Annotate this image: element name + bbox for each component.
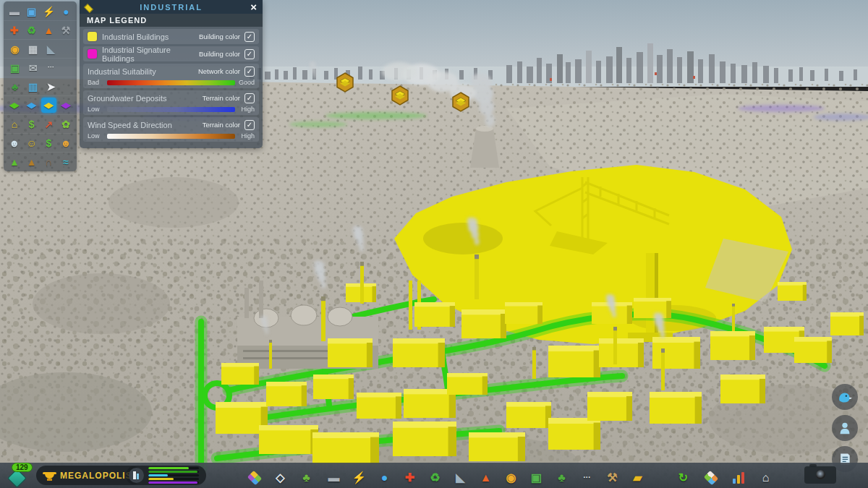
panel-header: INDUSTRIAL × [80,0,263,14]
legend-color-type: Terrain color [203,121,240,129]
game-viewport: ▬▣⚡●✚♻▲⚒◉▦◣▣✉···♣▥➤◆◆◆◆⌂$↗✿☻☺$☻▲▲∩≈ INDU… [0,0,868,488]
milestone-widget[interactable]: MEGALOPOLIS [36,466,141,485]
infoview-residential-icon[interactable]: ⌂ [7,116,22,132]
infoview-panel: INDUSTRIAL × MAP LEGEND Industrial Build… [80,0,263,148]
industrial-area-marker[interactable] [337,73,353,92]
map-tiles-icon[interactable] [702,469,719,486]
infoview-terrain-icon[interactable]: ▲ [7,154,22,169]
legend-row-wind-speed-direction: Wind Speed & DirectionTerrain color✓LowH… [83,117,259,142]
terraforming-glyph: ⚒ [607,472,617,484]
infoview-population-icon[interactable]: ☻ [7,135,22,150]
industrial-signature-buildings-checkbox[interactable]: ✓ [244,49,255,59]
wind-speed-direction-checkbox[interactable]: ✓ [244,120,255,130]
industrial-demand-bar [148,478,199,480]
infoview-garbage-icon[interactable]: ♻ [24,22,40,38]
infoview-administration-icon[interactable]: ▦ [25,41,41,56]
milestones-icon[interactable]: ⌂ [757,469,774,486]
statistics-glyph [733,472,744,484]
infoview-fire-rescue-icon[interactable]: ▲ [41,22,57,38]
bulldozer-icon[interactable]: ▰ [629,469,646,486]
fire-rescue-glyph: ▲ [43,25,54,35]
industrial-suitability-checkbox[interactable]: ✓ [244,67,255,77]
wind-speed-direction-gradient-bar [107,134,235,139]
infoview-healthcare-icon[interactable]: ✚ [7,22,22,38]
transportation-icon[interactable]: ▣ [528,469,545,486]
city-buildings-icon [129,468,144,483]
legend-label: Wind Speed & Direction [88,121,203,129]
progression-icon[interactable]: ↻ [675,469,692,486]
infoview-maintenance-icon[interactable]: ⚒ [58,22,74,38]
infoview-workplaces-icon[interactable]: ☻ [58,135,74,150]
areas-icon[interactable]: ◇ [272,469,289,486]
education-icon[interactable]: ◣ [452,469,469,486]
statistics-icon[interactable] [730,469,746,486]
healthcare-icon[interactable]: ✚ [401,469,418,486]
milestones-glyph: ⌂ [762,472,770,484]
infoview-happiness-icon[interactable]: ☺ [24,135,40,150]
followed-citizens-icon[interactable] [832,415,858,441]
legend-row-industrial-signature-buildings: Industrial Signature BuildingsBuilding c… [83,46,259,61]
infoview-land-value-icon[interactable]: $ [24,116,40,132]
economy-glyph: ↗ [45,119,54,129]
infoview-ground-pollution-icon[interactable]: ▲ [24,154,40,169]
industrial-area-marker[interactable] [453,93,469,111]
infoview-office-zones-icon[interactable]: ◆ [58,98,74,113]
infoview-water-sewage-icon[interactable]: ● [58,4,74,19]
infoview-money-icon[interactable]: $ [41,135,57,150]
map-legend-heading: MAP LEGEND [80,14,263,27]
groundwater-deposits-checkbox[interactable]: ✓ [244,93,255,103]
electricity-icon[interactable]: ⚡ [351,469,367,486]
zoning-demand-widget[interactable] [126,466,206,485]
photo-mode-icon[interactable] [804,466,836,484]
infoview-transportation-icon[interactable]: ▣ [7,60,23,75]
scale-min-label: Low [88,106,105,113]
infoview-water-pollution-icon[interactable]: ≈ [58,154,74,169]
office-zones-glyph: ◆ [61,101,71,109]
police-glyph: ◉ [506,472,516,484]
infoview-education-icon[interactable]: ◣ [43,41,59,56]
police-icon[interactable]: ◉ [503,469,519,486]
commercial-zones-glyph: ◆ [27,101,36,109]
communications-icon[interactable]: ··· [579,469,595,486]
scale-min-label: Low [88,132,105,140]
infoview-industrial-zones-icon[interactable]: ◆ [41,98,57,113]
infoview-commercial-zones-icon[interactable]: ◆ [24,98,40,113]
infoview-parks-recreation-icon[interactable]: ♣ [7,79,23,94]
infoview-mail-icon[interactable]: ✉ [25,60,41,75]
infoview-police-icon[interactable]: ◉ [7,41,23,56]
chirper-icon[interactable] [832,384,858,410]
infoview-natural-resources-icon[interactable]: ✿ [58,116,74,132]
infoview-economy-icon[interactable]: ↗ [41,116,57,132]
communications-glyph: ··· [584,474,591,481]
legend-color-type: Building color [199,50,240,58]
roads-icon[interactable]: ▬ [326,469,342,486]
infoview-routes-icon[interactable]: ➤ [43,79,59,94]
industrial-suitability-gradient-bar [107,80,235,85]
landscaping-icon[interactable]: ♣ [298,469,315,486]
natural-resources-glyph: ✿ [61,119,70,129]
scale-max-label: High [237,106,255,113]
garbage-icon[interactable]: ♻ [427,469,443,486]
legend-row-industrial-buildings: Industrial BuildingsBuilding color✓ [83,29,259,44]
industrial-zones-glyph: ◆ [44,101,54,109]
zoning-icon[interactable] [246,469,263,486]
infoview-roads-icon[interactable]: ▬ [7,4,22,19]
infoview-public-transport-icon[interactable]: ▣ [24,4,40,19]
demand-bars [148,467,199,484]
infoview-electricity-icon[interactable]: ⚡ [41,4,57,19]
office-demand-bar [148,481,199,484]
city-level-widget[interactable]: 129 [7,464,32,486]
infoview-residential-zones-icon[interactable]: ◆ [7,98,22,113]
infoview-noise-pollution-icon[interactable]: ∩ [41,154,57,169]
parks-recreation-icon[interactable]: ♣ [553,469,570,486]
industrial-buildings-checkbox[interactable]: ✓ [244,32,255,42]
fire-rescue-icon[interactable]: ▲ [477,469,494,486]
infoview-communications-icon[interactable]: ··· [43,60,59,75]
terraforming-icon[interactable]: ⚒ [604,469,621,486]
legend-row-industrial-suitability: Industrial SuitabilityNetwork color✓BadG… [83,64,259,88]
water-sewage-icon[interactable]: ● [376,469,393,486]
close-icon[interactable]: × [249,1,258,12]
infoview-tourism-icon[interactable]: ▥ [25,79,41,94]
industrial-area-marker[interactable] [392,86,408,105]
education-glyph: ◣ [456,472,464,484]
